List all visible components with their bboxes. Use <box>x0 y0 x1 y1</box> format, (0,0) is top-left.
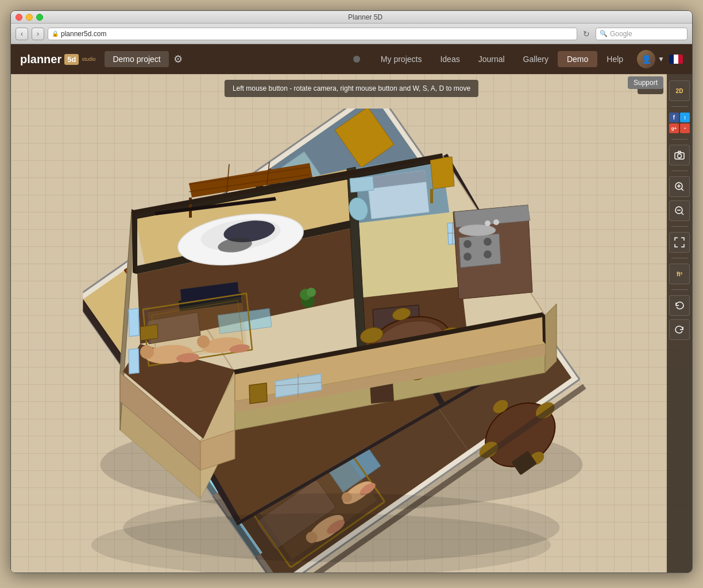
zoom-in-button[interactable] <box>669 176 690 197</box>
social-buttons: f t g+ + <box>669 113 690 133</box>
back-button[interactable]: ‹ <box>16 28 28 40</box>
facebook-button[interactable]: f <box>669 113 679 122</box>
googleplus-share-button[interactable]: + <box>680 123 690 133</box>
2d-view-button[interactable]: 2D <box>669 80 690 101</box>
window-title: Planner 5D <box>43 13 687 21</box>
search-icon: 🔍 <box>600 30 608 37</box>
address-bar[interactable]: 🔒 planner5d.com <box>48 28 577 40</box>
language-flag[interactable] <box>669 55 683 64</box>
url-text: planner5d.com <box>61 30 106 38</box>
lock-icon: 🔒 <box>52 30 59 37</box>
search-bar[interactable]: 🔍 Google <box>596 28 687 40</box>
nav-demo[interactable]: Demo <box>558 51 597 67</box>
zoom-in-icon <box>674 181 685 192</box>
perspective-container <box>95 120 589 572</box>
floorplan-3d <box>83 109 571 572</box>
nav-ideas[interactable]: Ideas <box>431 51 469 67</box>
maximize-button[interactable] <box>36 14 43 21</box>
camera-icon <box>674 150 685 160</box>
logo[interactable]: planner 5d studio <box>20 53 95 66</box>
nav-links: My projects Ideas Journal Gallery Demo H… <box>372 51 632 67</box>
nav-journal[interactable]: Journal <box>469 51 514 67</box>
svg-line-8 <box>682 213 684 215</box>
redo-button[interactable] <box>669 319 690 340</box>
toolbar-sep-6 <box>671 289 687 290</box>
toolbar-sep-4 <box>671 226 687 227</box>
close-button[interactable] <box>16 14 22 21</box>
window-buttons <box>16 14 43 21</box>
fullscreen-button[interactable] <box>669 232 690 253</box>
toolbar-sep-5 <box>671 258 687 258</box>
refresh-button[interactable]: ↻ <box>581 28 592 40</box>
undo-button[interactable] <box>669 295 690 316</box>
toolbar-sep-3 <box>671 171 687 171</box>
fullscreen-icon <box>674 237 685 247</box>
googleplus-button[interactable]: g+ <box>669 123 679 133</box>
undo-icon <box>674 300 685 311</box>
search-placeholder: Google <box>610 30 632 38</box>
title-bar: Planner 5D <box>11 11 692 24</box>
nav-indicator-dot <box>353 56 360 63</box>
twitter-button[interactable]: t <box>680 113 690 122</box>
forward-button[interactable]: › <box>32 28 44 40</box>
user-avatar[interactable]: 👤 <box>637 50 655 68</box>
svg-point-1 <box>678 154 682 158</box>
svg-line-5 <box>682 189 684 191</box>
tooltip-message: Left mouse button - rotate camera, right… <box>225 80 478 97</box>
window-frame: Planner 5D ‹ › 🔒 planner5d.com ↻ 🔍 Googl… <box>10 10 693 573</box>
nav-help[interactable]: Help <box>597 51 632 67</box>
user-dropdown-arrow[interactable]: ▼ <box>658 55 665 63</box>
project-name[interactable]: Demo project <box>105 51 168 67</box>
toolbar-sep-1 <box>671 106 687 107</box>
units-button[interactable]: ft² <box>669 264 690 284</box>
toolbar-sep-2 <box>671 139 687 140</box>
app-navigation: planner 5d studio Demo project ⚙ My proj… <box>11 44 692 74</box>
logo-studio: studio <box>82 56 95 62</box>
nav-gallery[interactable]: Gallery <box>514 51 558 67</box>
nav-my-projects[interactable]: My projects <box>372 51 431 67</box>
redo-icon <box>674 324 685 335</box>
settings-icon[interactable]: ⚙ <box>173 53 183 65</box>
minimize-button[interactable] <box>26 14 33 21</box>
zoom-out-button[interactable] <box>669 200 690 221</box>
camera-button[interactable] <box>669 145 690 165</box>
main-viewport[interactable]: Left mouse button - rotate camera, right… <box>11 74 692 572</box>
logo-badge: 5d <box>64 54 79 65</box>
zoom-out-icon <box>674 206 685 216</box>
avatar-image: 👤 <box>637 50 655 68</box>
right-toolbar: 2D f t g+ + <box>667 74 692 572</box>
support-button[interactable]: Support <box>628 76 663 89</box>
browser-chrome: ‹ › 🔒 planner5d.com ↻ 🔍 Google <box>11 24 692 44</box>
logo-text: planner <box>20 53 61 66</box>
